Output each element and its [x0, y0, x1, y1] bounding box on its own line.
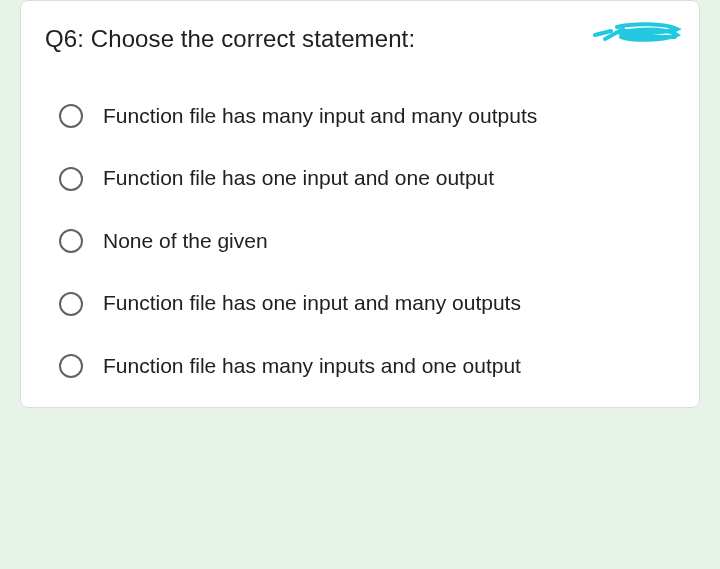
option-row[interactable]: Function file has many inputs and one ou… — [45, 335, 675, 397]
option-row[interactable]: Function file has one input and one outp… — [45, 147, 675, 209]
option-row[interactable]: Function file has many input and many ou… — [45, 85, 675, 147]
option-label: Function file has many input and many ou… — [103, 101, 537, 131]
option-label: None of the given — [103, 226, 268, 256]
question-card: Q6: Choose the correct statement: Functi… — [20, 0, 700, 408]
option-row[interactable]: Function file has one input and many out… — [45, 272, 675, 334]
radio-icon — [59, 167, 83, 191]
radio-icon — [59, 104, 83, 128]
annotation-scribble — [593, 21, 681, 47]
radio-icon — [59, 354, 83, 378]
option-label: Function file has many inputs and one ou… — [103, 351, 521, 381]
radio-icon — [59, 292, 83, 316]
radio-icon — [59, 229, 83, 253]
option-label: Function file has one input and many out… — [103, 288, 521, 318]
option-row[interactable]: None of the given — [45, 210, 675, 272]
question-title: Q6: Choose the correct statement: — [45, 25, 675, 53]
option-label: Function file has one input and one outp… — [103, 163, 494, 193]
